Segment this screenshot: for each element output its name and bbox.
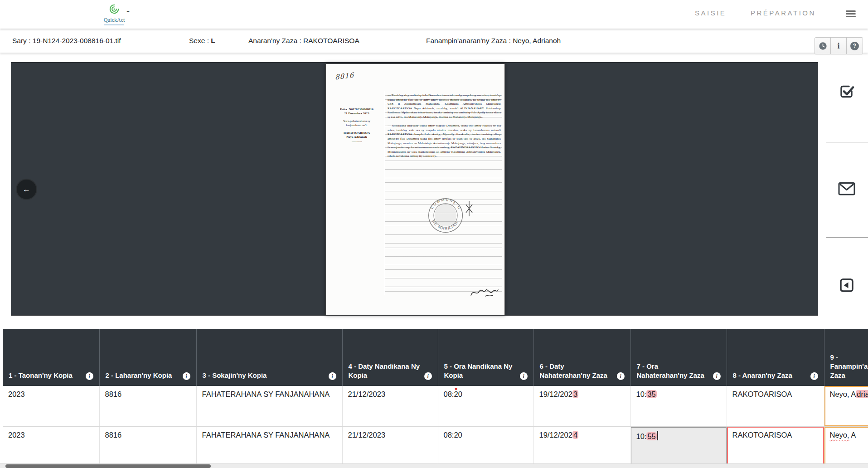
cell-text: 8816 <box>105 390 122 398</box>
info-button[interactable]: i <box>831 38 847 54</box>
cell-text: FAHATERAHANA SY FANJANAHANA <box>202 390 330 398</box>
cell-text: Neyo, A <box>830 390 856 398</box>
column-label: 1 - Taonan'ny Kopia <box>9 371 82 380</box>
app-root: QuickAct - SAISIE PRÉPARATION Sary : 19-… <box>0 0 868 468</box>
cell-text: 19/12/202 <box>539 431 572 439</box>
scrollbar-thumb[interactable] <box>5 464 211 468</box>
cell-text: 8816 <box>105 431 122 439</box>
cell-row1-col7[interactable]: 10:35 <box>630 386 727 426</box>
column-header-6: 6 - Daty Nahaterahan'ny Zazai <box>533 329 630 386</box>
cell-row1-col1[interactable]: 2023 <box>3 386 99 426</box>
caret-square-left-icon <box>839 278 854 292</box>
cell-text: 08: <box>444 390 454 398</box>
cell-row1-col6[interactable]: 19/12/2023 <box>533 386 630 426</box>
column-header-7: 7 - Ora Nahaterahan'ny Zazai <box>630 329 727 386</box>
cell-row1-col8[interactable]: RAKOTOARISOA <box>727 386 824 426</box>
column-header-3: 3 - Sokajin'ny Kopiai <box>196 329 342 386</box>
infobar-button-group: i ? <box>815 37 863 54</box>
message-button[interactable] <box>838 182 855 198</box>
column-label: 5 - Ora Nandikana Ny Kopia <box>444 362 516 380</box>
cell-row1-col4[interactable]: 21/12/2023 <box>342 386 438 426</box>
hamburger-menu-icon[interactable] <box>846 10 856 19</box>
info-icon[interactable]: i <box>329 372 336 380</box>
cell-row2-col8[interactable]: RAKOTOARISOA <box>727 426 824 463</box>
diff-highlight: 55 <box>646 432 656 440</box>
cell-row2-col7[interactable]: 10:55 <box>630 426 727 463</box>
cell-text: A <box>849 431 856 439</box>
comparison-table: 1 - Taonan'ny Kopiai2 - Laharan'ny Kopia… <box>3 329 868 463</box>
column-label: 4 - Daty Nandikana Ny Kopia <box>349 362 421 380</box>
cell-row1-col3[interactable]: FAHATERAHANA SY FANJANAHANA <box>196 386 342 426</box>
cell-text: 21/12/2023 <box>348 431 386 439</box>
diff-highlight: 2 <box>454 390 458 398</box>
help-button[interactable]: ? <box>847 38 863 54</box>
table-header-row: 1 - Taonan'ny Kopiai2 - Laharan'ny Kopia… <box>3 329 868 386</box>
question-icon: ? <box>850 42 859 50</box>
sex-field: Sexe : L <box>189 29 215 53</box>
round-stamp: COMMUNE U DE MAHAJAN <box>427 196 465 234</box>
column-header-4: 4 - Daty Nandikana Ny Kopiai <box>342 329 438 386</box>
clock-icon <box>819 42 827 50</box>
cell-row1-col2[interactable]: 8816 <box>99 386 196 426</box>
document-body-text: --- Tamin'ny sivy ambin'ny folo Desambra… <box>385 91 502 295</box>
top-navbar: QuickAct - SAISIE PRÉPARATION <box>0 0 868 29</box>
cell-row2-col2[interactable]: 8816 <box>99 426 196 463</box>
validate-button[interactable] <box>839 83 855 102</box>
info-icon[interactable]: i <box>520 372 528 380</box>
cell-text: 10: <box>636 390 647 398</box>
text-cursor <box>657 431 658 440</box>
column-label: 6 - Daty Nahaterahan'ny Zaza <box>540 362 613 380</box>
cell-text: 2023 <box>8 431 25 439</box>
diff-highlight: 4 <box>572 431 578 439</box>
cell-row2-col4[interactable]: 21/12/2023 <box>342 426 438 463</box>
column-header-8: 8 - Anaran'ny Zazai <box>727 329 824 386</box>
info-icon[interactable]: i <box>810 372 818 380</box>
cell-row2-col5[interactable]: 08:20 <box>438 426 533 463</box>
info-icon[interactable]: i <box>713 372 721 380</box>
info-icon[interactable]: i <box>183 372 190 380</box>
cell-row2-col6[interactable]: 19/12/2024 <box>533 426 630 463</box>
info-icon[interactable]: i <box>617 372 625 380</box>
column-label: 3 - Sokajin'ny Kopia <box>203 371 325 380</box>
envelope-icon <box>838 182 855 196</box>
horizontal-scrollbar[interactable] <box>0 463 868 468</box>
column-label: 2 - Laharan'ny Kopia <box>106 371 179 380</box>
cell-text: 10: <box>636 432 647 440</box>
table-row-1: 20238816FAHATERAHANA SY FANJANAHANA21/12… <box>3 386 868 426</box>
cell-row1-col9[interactable]: Neyo, Adrianoh <box>824 386 868 426</box>
data-entry-grid: 1 - Taonan'ny Kopiai2 - Laharan'ny Kopia… <box>3 329 868 463</box>
info-icon[interactable]: i <box>86 372 93 380</box>
logo-tagline <box>104 24 124 25</box>
arrow-left-icon: ← <box>23 185 30 194</box>
column-header-1: 1 - Taonan'ny Kopiai <box>3 329 99 386</box>
app-logo[interactable]: QuickAct <box>102 3 126 25</box>
cell-text: 2023 <box>8 390 25 398</box>
signature-scribble <box>470 287 499 299</box>
document-reference-block: Faha: N01202300008816 21 Desambra 2023 S… <box>330 107 384 143</box>
diff-highlight: drianoh <box>856 390 868 398</box>
column-header-2: 2 - Laharan'ny Kopiai <box>99 329 196 386</box>
nav-preparation[interactable]: PRÉPARATION <box>751 9 816 17</box>
diff-highlight: 35 <box>646 390 656 398</box>
cell-text: 19/12/202 <box>539 390 572 398</box>
nav-saisie[interactable]: SAISIE <box>695 9 726 17</box>
table-row-2: 20238816FAHATERAHANA SY FANJANAHANA21/12… <box>3 426 868 463</box>
info-icon[interactable]: i <box>424 372 432 380</box>
info-icon: i <box>837 41 839 51</box>
history-clock-button[interactable] <box>815 38 831 54</box>
logo-text: QuickAct <box>102 17 126 24</box>
quickact-spiral-icon <box>108 3 121 15</box>
diff-highlight: Neyo, <box>830 431 849 439</box>
go-back-button[interactable] <box>839 278 854 294</box>
app-title-dash: - <box>126 5 130 16</box>
cell-row2-col3[interactable]: FAHATERAHANA SY FANJANAHANA <box>196 426 342 463</box>
pen-mark <box>465 200 474 218</box>
cell-text: FAHATERAHANA SY FANJANAHANA <box>202 431 330 439</box>
cell-text: 0 <box>458 390 462 398</box>
sidebar-divider <box>826 237 868 238</box>
previous-image-button[interactable]: ← <box>16 179 37 200</box>
cell-row2-col1[interactable]: 2023 <box>3 426 99 463</box>
cell-text: RAKOTOARISOA <box>732 390 792 398</box>
cell-row1-col5[interactable]: 08:20 <box>438 386 533 426</box>
cell-row2-col9[interactable]: Neyo, A <box>824 426 868 463</box>
